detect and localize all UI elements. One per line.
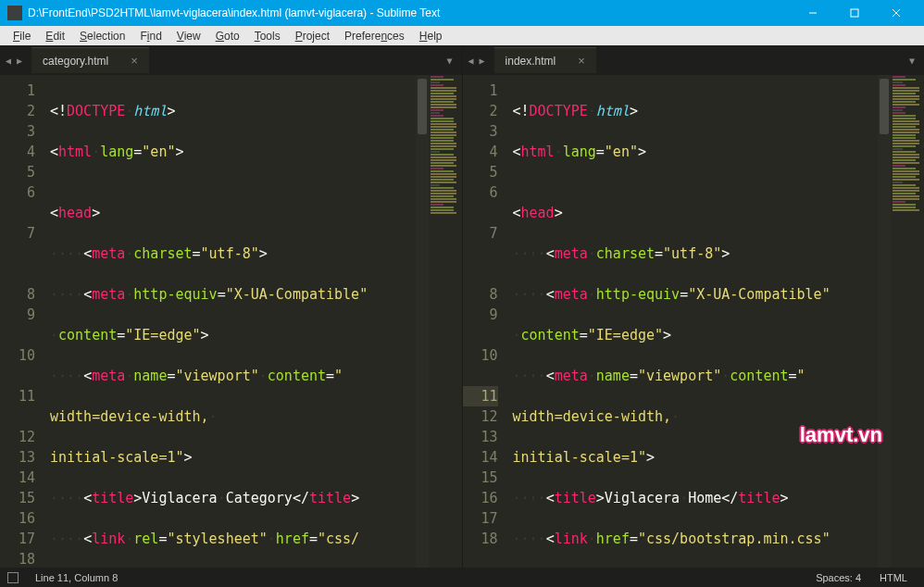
code-right[interactable]: <!DOCTYPE·html> <html·lang="en"> <head> … [507, 75, 879, 568]
minimap-left[interactable] [429, 75, 462, 568]
tab-menu-icon[interactable]: ▼ [446, 56, 452, 66]
close-icon[interactable]: × [131, 54, 138, 68]
maximize-button[interactable] [833, 0, 875, 26]
menu-file[interactable]: File [6, 28, 38, 44]
code-left[interactable]: <!DOCTYPE·html> <html·lang="en"> <head> … [44, 75, 416, 568]
editor-left[interactable]: 123456 7 89 10 11 12131415161718 <!DOCTY… [0, 75, 462, 568]
tabbar-left: ◀ ▶ category.html × ▼ [0, 45, 462, 75]
close-icon[interactable]: × [578, 54, 585, 68]
gutter-left: 123456 7 89 10 11 12131415161718 [0, 75, 44, 568]
workspace: ◀ ▶ category.html × ▼ 123456 7 89 10 11 … [0, 45, 924, 568]
pane-left: ◀ ▶ category.html × ▼ 123456 7 89 10 11 … [0, 45, 463, 568]
titlebar: D:\FrontEnd\PSD2HTML\lamvt-viglacera\ind… [0, 0, 924, 26]
scrollbar-vertical[interactable] [878, 75, 891, 568]
tabbar-right: ◀ ▶ index.html × ▼ [463, 45, 925, 75]
window-title: D:\FrontEnd\PSD2HTML\lamvt-viglacera\ind… [28, 6, 792, 19]
menu-tools[interactable]: Tools [247, 28, 288, 44]
menu-preferences[interactable]: Preferences [337, 28, 412, 44]
menu-view[interactable]: View [169, 28, 208, 44]
minimize-button[interactable] [792, 0, 833, 26]
statusbar-icon[interactable] [7, 572, 19, 583]
menu-find[interactable]: Find [132, 28, 169, 44]
statusbar: Line 11, Column 8 Spaces: 4 HTML [0, 568, 924, 587]
tab-history-arrows[interactable]: ◀ ▶ [0, 56, 28, 66]
app-icon [7, 6, 22, 20]
menu-edit[interactable]: Edit [38, 28, 72, 44]
close-button[interactable] [875, 0, 917, 26]
minimap-right[interactable] [891, 75, 924, 568]
window-controls [792, 0, 917, 26]
indent-setting[interactable]: Spaces: 4 [806, 572, 870, 583]
svg-rect-1 [851, 9, 858, 17]
syntax-setting[interactable]: HTML [870, 572, 917, 583]
menubar: File Edit Selection Find View Goto Tools… [0, 26, 924, 45]
scrollbar-thumb[interactable] [880, 79, 889, 134]
menu-selection[interactable]: Selection [72, 28, 132, 44]
editor-right[interactable]: 123456 7 89 10 1112131415161718 <!DOCTYP… [463, 75, 925, 568]
tab-category[interactable]: category.html × [31, 47, 149, 73]
scrollbar-vertical[interactable] [416, 75, 429, 568]
menu-project[interactable]: Project [288, 28, 337, 44]
tab-index[interactable]: index.html × [494, 47, 596, 73]
tab-label: category.html [43, 55, 108, 68]
scrollbar-thumb[interactable] [418, 79, 427, 134]
tab-menu-icon[interactable]: ▼ [909, 56, 915, 66]
menu-goto[interactable]: Goto [208, 28, 247, 44]
cursor-position[interactable]: Line 11, Column 8 [26, 572, 127, 583]
gutter-right: 123456 7 89 10 1112131415161718 [463, 75, 507, 568]
tab-label: index.html [506, 55, 556, 68]
pane-right: ◀ ▶ index.html × ▼ 123456 7 89 10 111213… [463, 45, 925, 568]
tab-history-arrows[interactable]: ◀ ▶ [463, 56, 491, 66]
menu-help[interactable]: Help [412, 28, 450, 44]
